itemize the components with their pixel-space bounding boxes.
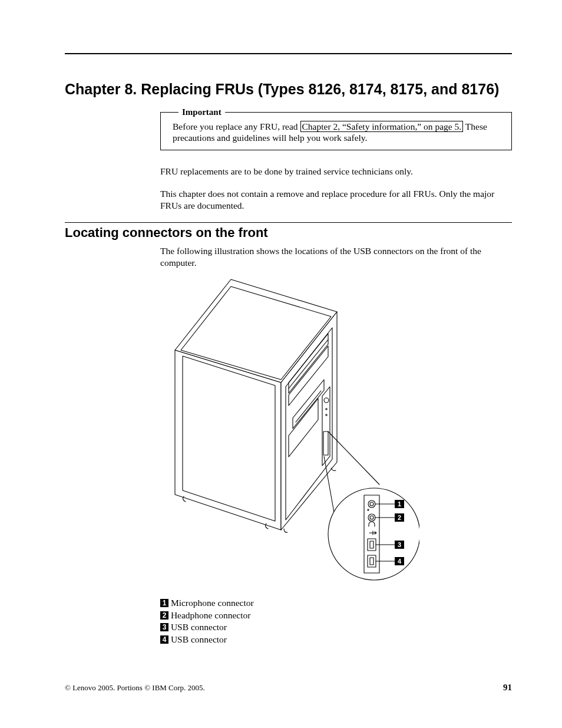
top-horizontal-rule bbox=[65, 53, 512, 54]
key-num-4: 4 bbox=[160, 635, 168, 644]
key-label-4: USB connector bbox=[171, 634, 227, 644]
callout-2: 2 bbox=[398, 514, 401, 521]
key-label-2: Headphone connector bbox=[171, 610, 251, 620]
svg-point-24 bbox=[368, 509, 369, 510]
page-number: 91 bbox=[503, 683, 512, 693]
important-legend: Important bbox=[178, 107, 225, 118]
key-label-3: USB connector bbox=[171, 622, 227, 632]
important-text-before: Before you replace any FRU, read bbox=[173, 121, 300, 131]
para-fru-trained: FRU replacements are to be done by train… bbox=[160, 166, 512, 177]
page-footer: © Lenovo 2005. Portions © IBM Corp. 2005… bbox=[65, 683, 512, 693]
footer-copyright: © Lenovo 2005. Portions © IBM Corp. 2005… bbox=[65, 683, 205, 693]
section-rule bbox=[65, 222, 512, 223]
key-num-3: 3 bbox=[160, 623, 168, 631]
chapter-title: Chapter 8. Replacing FRUs (Types 8126, 8… bbox=[65, 81, 512, 98]
callout-3: 3 bbox=[398, 541, 401, 548]
section-title: Locating connectors on the front bbox=[65, 225, 512, 241]
key-num-2: 2 bbox=[160, 611, 168, 620]
para-major-frus: This chapter does not contain a remove a… bbox=[160, 188, 512, 212]
section-intro: The following illustration shows the loc… bbox=[160, 245, 512, 269]
callout-4: 4 bbox=[398, 558, 402, 565]
key-row-3: 3 USB connector bbox=[160, 621, 512, 633]
key-row-4: 4 USB connector bbox=[160, 634, 512, 645]
key-row-2: 2 Headphone connector bbox=[160, 610, 512, 621]
key-num-1: 1 bbox=[160, 599, 168, 607]
tower-svg: 1 2 3 4 bbox=[160, 274, 419, 589]
key-row-1: 1 Microphone connector bbox=[160, 597, 512, 608]
safety-info-link[interactable]: Chapter 2, “Safety information,” on page… bbox=[300, 121, 464, 132]
important-callout-box: Important Before you replace any FRU, re… bbox=[160, 112, 512, 150]
connector-key-list: 1 Microphone connector 2 Headphone conne… bbox=[160, 597, 512, 645]
callout-1: 1 bbox=[398, 500, 401, 508]
front-connectors-illustration: 1 2 3 4 bbox=[160, 274, 512, 589]
key-label-1: Microphone connector bbox=[171, 598, 254, 608]
